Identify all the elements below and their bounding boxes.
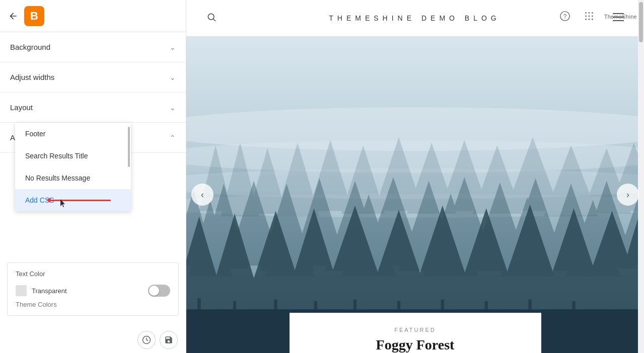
svg-text:?: ?	[563, 13, 566, 20]
help-icon[interactable]: ?	[556, 7, 574, 25]
svg-point-73	[588, 16, 590, 17]
chevron-down-icon: ⌄	[170, 73, 176, 81]
chevron-down-icon: ⌄	[170, 104, 176, 112]
site-title: THEMESHINE DEMO BLOG	[329, 14, 500, 22]
svg-point-75	[585, 19, 587, 20]
featured-card: FEATURED Foggy Forest	[290, 313, 541, 353]
apps-icon[interactable]	[580, 7, 598, 25]
add-css-annotation-arrow	[46, 198, 111, 203]
right-scrollbar[interactable]	[638, 0, 644, 353]
blogger-logo: B	[24, 6, 44, 26]
left-panel: B Background ⌄ Adjust widths ⌄ Layout ⌄ …	[0, 0, 186, 353]
next-button[interactable]: ›	[617, 184, 639, 206]
sidebar-item-advanced[interactable]: Advanced ⌃ Footer Search Results Title N…	[0, 123, 186, 153]
color-swatch[interactable]	[16, 285, 27, 296]
search-icon[interactable]	[206, 12, 217, 25]
sidebar-item-layout[interactable]: Layout ⌄	[0, 93, 186, 123]
svg-point-76	[588, 19, 590, 20]
back-button[interactable]	[8, 11, 18, 21]
theme-colors-label: Theme Colors	[16, 301, 170, 308]
text-color-title: Text Color	[16, 270, 170, 278]
svg-point-72	[585, 16, 587, 17]
chevron-up-icon: ⌃	[170, 134, 176, 142]
sidebar-content: Background ⌄ Adjust widths ⌄ Layout ⌄ Ad…	[0, 32, 186, 353]
background-label: Background	[10, 43, 50, 51]
svg-point-69	[585, 12, 587, 14]
adjust-widths-label: Adjust widths	[10, 73, 54, 81]
dropdown-scrollbar[interactable]	[128, 127, 130, 167]
text-color-section: Text Color Transparent Theme Colors	[7, 262, 179, 316]
dropdown-item-no-results-message[interactable]: No Results Message	[15, 167, 131, 189]
scrollbar-thumb	[639, 2, 643, 42]
advanced-dropdown: Footer Search Results Title No Results M…	[15, 123, 131, 211]
dropdown-item-search-results-title[interactable]: Search Results Title	[15, 145, 131, 167]
chevron-down-icon: ⌄	[170, 43, 176, 51]
dropdown-item-footer[interactable]: Footer	[15, 123, 131, 145]
toggle-knob	[149, 286, 159, 296]
svg-point-77	[592, 19, 593, 20]
brand-logo: ThemeShine	[604, 12, 637, 21]
top-right-area: ? ThemeShine	[556, 0, 637, 32]
save-button[interactable]	[160, 331, 178, 349]
reset-button[interactable]	[137, 331, 156, 349]
layout-label: Layout	[10, 103, 33, 112]
transparent-label: Transparent	[32, 287, 67, 295]
sidebar-item-background[interactable]: Background ⌄	[0, 32, 186, 62]
preview-hero: FEATURED Foggy Forest ‹ ›	[186, 36, 644, 353]
prev-button[interactable]: ‹	[191, 184, 213, 206]
bottom-toolbar	[129, 327, 186, 353]
dropdown-item-add-css[interactable]: Add CSS	[15, 189, 131, 211]
svg-point-70	[588, 12, 590, 14]
transparent-row: Transparent	[16, 285, 170, 297]
svg-point-71	[592, 12, 593, 14]
featured-title: Foggy Forest	[310, 337, 521, 353]
svg-point-74	[592, 16, 593, 17]
main-preview: THEMESHINE DEMO BLOG	[186, 0, 644, 353]
cursor-indicator	[60, 199, 65, 207]
sidebar-item-adjust-widths[interactable]: Adjust widths ⌄	[0, 62, 186, 93]
featured-label: FEATURED	[310, 327, 521, 333]
transparent-toggle[interactable]	[148, 285, 170, 297]
top-bar: B	[0, 0, 186, 32]
